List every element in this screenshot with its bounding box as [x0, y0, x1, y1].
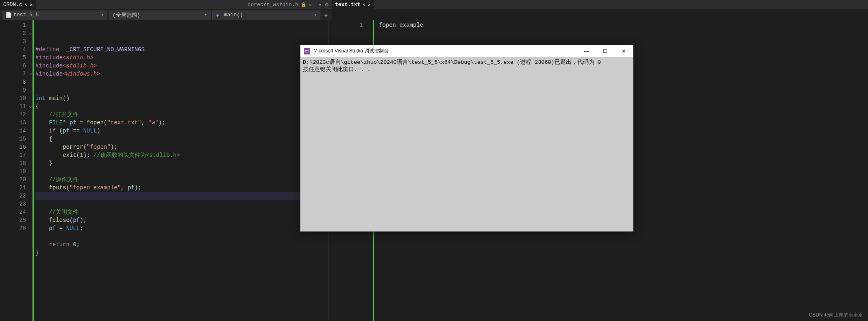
- lock-icon[interactable]: 🔒: [301, 2, 307, 7]
- code-line[interactable]: //操作文件: [35, 176, 328, 184]
- preview-icon[interactable]: ▾: [318, 1, 322, 8]
- code-line[interactable]: [35, 192, 328, 200]
- line-number: 7: [0, 70, 26, 78]
- fold-indicator[interactable]: ⌄: [28, 102, 33, 110]
- code-line[interactable]: [35, 232, 328, 241]
- close-icon[interactable]: ✕: [30, 2, 33, 7]
- code-line[interactable]: int main(): [35, 94, 328, 102]
- line-number: 21: [0, 184, 26, 192]
- fold-indicator: [28, 142, 33, 150]
- code-line[interactable]: return 0;: [35, 241, 328, 249]
- line-number: 10: [0, 94, 26, 102]
- pin-icon[interactable]: ⇱: [25, 2, 28, 7]
- line-gutter: 1234567891011121314151617181920212223242…: [0, 20, 33, 321]
- code-line[interactable]: exit(1); //该函数的头文件为<stdlib.h>: [35, 151, 328, 159]
- code-line[interactable]: [35, 167, 328, 176]
- console-line: D:\2023c语言\gitee\zhuo\2024C语言\test_5_5\x…: [303, 59, 601, 65]
- close-icon[interactable]: ✕: [309, 2, 312, 7]
- console-titlebar[interactable]: C:\ Microsoft Visual Studio 调试控制台 — ☐ ✕: [300, 45, 633, 57]
- code-line[interactable]: if (pf == NULL): [35, 127, 328, 135]
- fold-indicator: [28, 77, 33, 85]
- code-content[interactable]: ⌄⌄⌄ #define _CRT_SECURE_NO_WARNINGS#incl…: [33, 20, 328, 321]
- fold-indicator: [28, 207, 33, 215]
- code-line[interactable]: {: [35, 135, 328, 143]
- context-function[interactable]: ◈ main() ▼: [212, 11, 320, 20]
- fold-indicator: [28, 167, 33, 175]
- fold-indicator: [28, 158, 33, 167]
- split-icon[interactable]: ✚: [322, 11, 330, 18]
- line-number: 2: [0, 29, 26, 37]
- fold-indicator[interactable]: ⌄: [28, 28, 33, 37]
- code-line[interactable]: [35, 86, 328, 94]
- fold-indicator: [28, 93, 33, 102]
- fold-indicator: [28, 45, 33, 53]
- context-file[interactable]: 📄 test_5_5 ▼: [2, 11, 107, 20]
- function-icon: ◈: [216, 12, 222, 18]
- gear-icon[interactable]: ⚙: [325, 1, 328, 8]
- chevron-down-icon: ▼: [102, 13, 104, 17]
- code-line[interactable]: {: [35, 102, 328, 111]
- tab-corecrt[interactable]: corecrt_wstdio.h 🔒 ✕: [244, 0, 315, 9]
- line-number: 1: [0, 21, 26, 29]
- left-tab-bar: CSDN.c ⇱ ✕ corecrt_wstdio.h 🔒 ✕ ▾ ⚙: [0, 0, 332, 10]
- line-number: 4: [0, 46, 26, 54]
- close-icon[interactable]: ✕: [368, 2, 371, 7]
- code-line[interactable]: #include<stdlib.h>: [35, 62, 328, 70]
- context-file-label: test_5_5: [13, 12, 39, 18]
- fold-indicator: [28, 85, 33, 93]
- fold-indicator: [28, 118, 33, 126]
- line-number: 5: [0, 54, 26, 62]
- code-line[interactable]: //关闭文件: [35, 208, 328, 216]
- tab-text-txt[interactable]: text.txt ⇱ ✕: [332, 0, 374, 9]
- code-line[interactable]: [35, 78, 328, 86]
- line-number: 22: [0, 192, 26, 200]
- fold-indicator: [28, 37, 33, 45]
- code-line[interactable]: fputs("fopen example", pf);: [35, 184, 328, 192]
- code-line[interactable]: #define _CRT_SECURE_NO_WARNINGS: [35, 46, 328, 54]
- tab-label: text.txt: [335, 2, 360, 8]
- line-number: 20: [0, 176, 26, 184]
- code-line[interactable]: FILE* pf = fopen("text.txt", "w");: [35, 119, 328, 127]
- line-number: 25: [0, 216, 26, 224]
- line-number: 15: [0, 135, 26, 143]
- code-line[interactable]: //打开文件: [35, 111, 328, 119]
- watermark: CSDN @向上爬的卓卓卓: [809, 312, 863, 319]
- debug-console-window[interactable]: C:\ Microsoft Visual Studio 调试控制台 — ☐ ✕ …: [300, 45, 633, 232]
- fold-indicator: [28, 126, 33, 134]
- line-number: 23: [0, 200, 26, 208]
- fold-indicator: [28, 150, 33, 158]
- code-line[interactable]: [35, 200, 328, 208]
- code-line[interactable]: fclose(pf);: [35, 216, 328, 224]
- code-line[interactable]: #include<stdio.h>: [35, 54, 328, 62]
- code-line[interactable]: }: [35, 249, 328, 257]
- code-line[interactable]: pf = NULL;: [35, 224, 328, 232]
- fold-indicator: [28, 215, 33, 223]
- maximize-button[interactable]: ☐: [596, 45, 614, 57]
- file-icon: 📄: [5, 12, 11, 18]
- pin-icon[interactable]: ⇱: [363, 2, 365, 7]
- line-number: 14: [0, 127, 26, 135]
- fold-indicator: [28, 191, 33, 199]
- fold-indicator: [28, 183, 33, 191]
- fold-indicator[interactable]: ⌄: [28, 69, 33, 77]
- left-editor[interactable]: 1234567891011121314151617181920212223242…: [0, 20, 332, 321]
- code-line[interactable]: perror("fopen");: [35, 143, 328, 151]
- context-scope[interactable]: (全局范围) ▼: [109, 11, 211, 20]
- line-number: 9: [0, 86, 26, 94]
- code-line[interactable]: #include<Windows.h>: [35, 70, 328, 78]
- line-number: 6: [0, 62, 26, 70]
- tab-label: corecrt_wstdio.h: [248, 2, 298, 8]
- chevron-down-icon: ▼: [314, 13, 316, 17]
- line-number: 3: [0, 37, 26, 46]
- close-button[interactable]: ✕: [614, 45, 633, 57]
- chevron-down-icon: ▼: [205, 13, 207, 17]
- line-number: 24: [0, 208, 26, 216]
- minimize-button[interactable]: —: [577, 45, 596, 57]
- line-number: 8: [0, 78, 26, 86]
- console-output[interactable]: D:\2023c语言\gitee\zhuo\2024C语言\test_5_5\x…: [300, 57, 633, 231]
- line-number: 19: [0, 167, 26, 176]
- code-line[interactable]: }: [35, 159, 328, 167]
- fold-indicator: [28, 110, 33, 118]
- fold-indicator: [28, 134, 33, 142]
- tab-csdn-c[interactable]: CSDN.c ⇱ ✕: [0, 0, 36, 9]
